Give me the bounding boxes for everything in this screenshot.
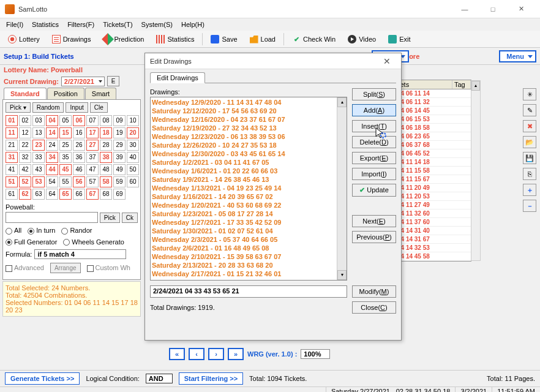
drawings-list[interactable]: Wednesday 12/9/2020 - 11 14 31 47 48 04S…: [150, 97, 347, 281]
ticket-row[interactable]: 04 06 18 58: [395, 124, 471, 132]
ticket-row[interactable]: 04 11 15 58: [395, 167, 471, 175]
dialog-close-icon[interactable]: ✕: [378, 56, 396, 66]
close-button[interactable]: ✕: [507, 0, 535, 18]
number-40[interactable]: 40: [127, 152, 139, 163]
number-44[interactable]: 44: [46, 164, 58, 175]
number-07[interactable]: 07: [86, 115, 99, 126]
number-62[interactable]: 62: [19, 189, 31, 200]
number-01[interactable]: 01: [6, 115, 18, 126]
start-filtering-button[interactable]: Start Filtering >>: [179, 372, 243, 385]
nav-last[interactable]: »: [228, 348, 244, 360]
clear-button[interactable]: Cle: [90, 102, 108, 113]
side-save-icon[interactable]: 💾: [523, 152, 536, 164]
input-button[interactable]: Input: [66, 102, 88, 113]
tab-position[interactable]: Position: [47, 88, 84, 99]
poweball-combo[interactable]: [6, 212, 98, 223]
number-23[interactable]: 23: [32, 140, 45, 151]
number-52[interactable]: 52: [19, 176, 31, 187]
logical-combo[interactable]: AND: [146, 374, 173, 383]
side-open-icon[interactable]: 📂: [523, 136, 536, 148]
toolbar-video[interactable]: Video: [342, 32, 381, 46]
menu-system[interactable]: System(S): [138, 20, 176, 29]
list-scroll-down[interactable]: ▾: [337, 270, 347, 280]
number-67[interactable]: 67: [86, 189, 99, 200]
poweball-clear[interactable]: Ck: [122, 213, 138, 223]
menu-filters[interactable]: Filters(F): [64, 20, 98, 29]
number-39[interactable]: 39: [113, 152, 126, 163]
drawing-row[interactable]: Saturday 1/16/2021 - 14 20 39 65 67 02: [152, 192, 345, 201]
import-button[interactable]: Import(I): [352, 168, 396, 180]
toolbar-drawings[interactable]: Drawings: [47, 32, 97, 46]
number-25[interactable]: 25: [59, 140, 72, 151]
drawing-row[interactable]: Saturday 1/30/2021 - 01 02 07 52 61 04: [152, 227, 345, 235]
number-11[interactable]: 11: [6, 127, 18, 138]
zoom-combo[interactable]: 100%: [301, 349, 330, 359]
drawing-row[interactable]: Wednesday 1/27/2021 - 17 33 35 42 52 09: [152, 218, 345, 227]
generate-tickets-button[interactable]: Generate Tickets >>: [5, 372, 80, 385]
number-30[interactable]: 30: [127, 140, 139, 151]
number-41[interactable]: 41: [6, 164, 18, 175]
next-button[interactable]: Next(E): [352, 215, 396, 227]
ticket-row[interactable]: 04 14 31 40: [395, 227, 471, 235]
split-button[interactable]: Split(S): [352, 88, 396, 100]
number-37[interactable]: 37: [86, 152, 99, 163]
number-47[interactable]: 47: [86, 164, 99, 175]
drawing-row[interactable]: Saturday 12/19/2020 - 27 32 34 43 52 13: [152, 124, 345, 132]
number-05[interactable]: 05: [59, 115, 72, 126]
number-31[interactable]: 31: [6, 152, 18, 163]
number-53[interactable]: 53: [32, 176, 45, 187]
number-48[interactable]: 48: [100, 164, 112, 175]
toolbar-save[interactable]: Save: [205, 32, 242, 46]
number-58[interactable]: 58: [100, 176, 112, 187]
number-57[interactable]: 57: [86, 176, 99, 187]
tab-smart[interactable]: Smart: [85, 88, 116, 99]
side-new-icon[interactable]: ✳: [523, 88, 536, 100]
menu-file[interactable]: File(I): [2, 20, 27, 29]
drawing-row[interactable]: Wednesday 2/17/2021 - 01 15 21 32 46 01: [152, 270, 345, 278]
number-43[interactable]: 43: [32, 164, 45, 175]
number-33[interactable]: 33: [32, 152, 45, 163]
edit-value-input[interactable]: 2/24/2021 04 33 43 53 65 21: [150, 285, 347, 298]
drawing-row[interactable]: Wednesday 12/9/2020 - 11 14 31 47 48 04: [152, 98, 345, 107]
number-64[interactable]: 64: [46, 189, 58, 200]
drawing-row[interactable]: Wednesday 1/20/2021 - 40 53 60 68 69 22: [152, 201, 345, 209]
number-32[interactable]: 32: [19, 152, 31, 163]
drawing-row[interactable]: Wednesday 2/3/2021 - 05 37 40 64 66 05: [152, 235, 345, 244]
number-55[interactable]: 55: [59, 176, 72, 187]
number-49[interactable]: 49: [113, 164, 126, 175]
advanced-check[interactable]: Advanced: [6, 264, 44, 272]
number-22[interactable]: 22: [19, 140, 31, 151]
side-edit-icon[interactable]: ✎: [523, 104, 536, 116]
number-54[interactable]: 54: [46, 176, 58, 187]
number-28[interactable]: 28: [100, 140, 112, 151]
number-50[interactable]: 50: [127, 164, 139, 175]
delete-button[interactable]: Delete(D): [352, 136, 396, 148]
side-add-icon[interactable]: ＋: [523, 184, 536, 196]
ticket-row[interactable]: 04 06 11 14: [395, 89, 471, 98]
side-copy-icon[interactable]: ⎘: [523, 168, 536, 180]
number-20[interactable]: 20: [127, 127, 139, 138]
toolbar-check-win[interactable]: ✔Check Win: [287, 32, 341, 46]
number-09[interactable]: 09: [113, 115, 126, 126]
dialog-tab[interactable]: Edit Drawings: [150, 72, 205, 83]
drawing-row[interactable]: Wednesday 12/16/2020 - 04 23 37 61 67 07: [152, 115, 345, 124]
drawing-row[interactable]: Saturday 1/23/2021 - 05 08 17 27 28 14: [152, 209, 345, 218]
number-03[interactable]: 03: [32, 115, 45, 126]
menu-button-right[interactable]: Menu: [499, 50, 536, 62]
maximize-button[interactable]: □: [479, 0, 507, 18]
number-13[interactable]: 13: [32, 127, 45, 138]
drawing-row[interactable]: Saturday 1/9/2021 - 14 26 38 45 46 13: [152, 175, 345, 184]
number-15[interactable]: 15: [59, 127, 72, 138]
drawing-row[interactable]: Wednesday 2/10/2021 - 15 39 58 63 67 07: [152, 252, 345, 261]
ticket-row[interactable]: 04 14 32 53: [395, 244, 471, 252]
number-65[interactable]: 65: [59, 189, 72, 200]
drawing-row[interactable]: Saturday 2/13/2021 - 20 28 33 63 68 20: [152, 261, 345, 270]
ticket-row[interactable]: 04 11 14 18: [395, 158, 471, 167]
radio-wheels-gen[interactable]: Wheels Generato: [63, 238, 124, 246]
nav-next[interactable]: ›: [208, 348, 224, 360]
close-dialog-button[interactable]: Close(C): [352, 301, 396, 314]
number-12[interactable]: 12: [19, 127, 31, 138]
drawing-row[interactable]: Saturday 12/26/2020 - 10 24 27 35 53 18: [152, 141, 345, 149]
number-06[interactable]: 06: [73, 115, 85, 126]
number-24[interactable]: 24: [46, 140, 58, 151]
